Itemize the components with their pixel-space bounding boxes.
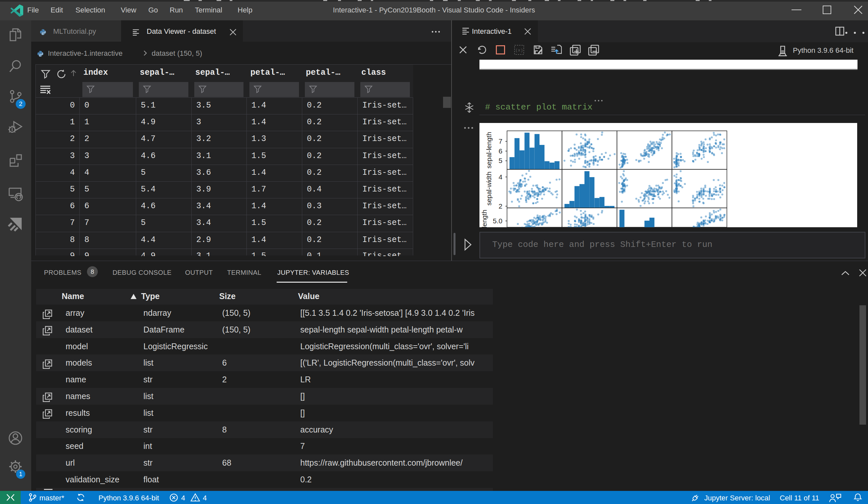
svg-text:5.0: 5.0 (493, 217, 503, 224)
svg-text:6: 6 (498, 147, 503, 155)
svg-text:2: 2 (498, 202, 503, 210)
svg-text:7: 7 (498, 137, 503, 145)
svg-text:petal-length: petal-length (480, 210, 488, 227)
svg-text:5: 5 (498, 157, 503, 164)
svg-text:4: 4 (498, 173, 503, 181)
svg-text:(x): (x) (515, 48, 523, 53)
svg-text:sepal-length: sepal-length (485, 132, 493, 169)
svg-text:sepal-width: sepal-width (485, 171, 493, 206)
